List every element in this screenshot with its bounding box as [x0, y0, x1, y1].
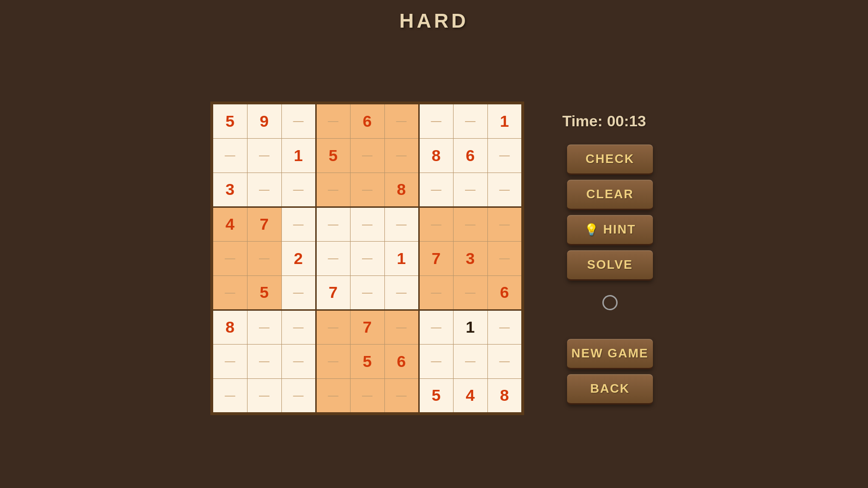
- cell-8-4[interactable]: —: [350, 378, 384, 413]
- cell-7-5[interactable]: 6: [384, 344, 419, 378]
- cell-6-5[interactable]: —: [384, 310, 419, 344]
- cell-3-5[interactable]: —: [384, 207, 419, 241]
- cell-8-3[interactable]: —: [316, 378, 350, 413]
- cell-7-6[interactable]: —: [419, 344, 453, 378]
- cell-7-8[interactable]: —: [487, 344, 522, 378]
- cell-7-0[interactable]: —: [213, 344, 247, 378]
- cell-5-3[interactable]: 7: [316, 275, 350, 310]
- cell-3-3[interactable]: —: [316, 207, 350, 241]
- cell-6-7[interactable]: 1: [453, 310, 487, 344]
- cell-1-7[interactable]: 6: [453, 138, 487, 173]
- cell-7-2[interactable]: —: [281, 344, 316, 378]
- cell-8-5[interactable]: —: [384, 378, 419, 413]
- cell-4-3[interactable]: —: [316, 241, 350, 275]
- cell-5-8[interactable]: 6: [487, 275, 522, 310]
- cell-0-4[interactable]: 6: [350, 104, 384, 138]
- cell-8-2[interactable]: —: [281, 378, 316, 413]
- cell-8-1[interactable]: —: [247, 378, 281, 413]
- page-title: HARD: [399, 10, 468, 32]
- cell-0-1[interactable]: 9: [247, 104, 281, 138]
- cell-6-8[interactable]: —: [487, 310, 522, 344]
- cell-0-3[interactable]: —: [316, 104, 350, 138]
- cell-2-0[interactable]: 3: [213, 173, 247, 207]
- cell-6-6[interactable]: —: [419, 310, 453, 344]
- clear-button[interactable]: CLEAR: [567, 180, 653, 210]
- cell-5-4[interactable]: —: [350, 275, 384, 310]
- cell-6-4[interactable]: 7: [350, 310, 384, 344]
- cell-2-5[interactable]: 8: [384, 173, 419, 207]
- cell-5-1[interactable]: 5: [247, 275, 281, 310]
- cell-0-0[interactable]: 5: [213, 104, 247, 138]
- cell-7-7[interactable]: —: [453, 344, 487, 378]
- cell-3-7[interactable]: —: [453, 207, 487, 241]
- cell-4-4[interactable]: —: [350, 241, 384, 275]
- cell-7-1[interactable]: —: [247, 344, 281, 378]
- back-button[interactable]: BACK: [567, 374, 653, 405]
- cell-4-5[interactable]: 1: [384, 241, 419, 275]
- hint-button[interactable]: 💡 HINT: [567, 215, 653, 245]
- cell-1-8[interactable]: —: [487, 138, 522, 173]
- cell-2-7[interactable]: —: [453, 173, 487, 207]
- cell-1-5[interactable]: —: [384, 138, 419, 173]
- cell-4-8[interactable]: —: [487, 241, 522, 275]
- cell-2-8[interactable]: —: [487, 173, 522, 207]
- cell-6-2[interactable]: —: [281, 310, 316, 344]
- timer-display: Time: 00:13: [562, 112, 646, 130]
- cell-2-1[interactable]: —: [247, 173, 281, 207]
- cell-8-6[interactable]: 5: [419, 378, 453, 413]
- cell-5-7[interactable]: —: [453, 275, 487, 310]
- cell-0-2[interactable]: —: [281, 104, 316, 138]
- cell-5-2[interactable]: —: [281, 275, 316, 310]
- cell-8-8[interactable]: 8: [487, 378, 522, 413]
- cell-4-1[interactable]: —: [247, 241, 281, 275]
- cell-8-0[interactable]: —: [213, 378, 247, 413]
- cell-7-3[interactable]: —: [316, 344, 350, 378]
- cell-5-6[interactable]: —: [419, 275, 453, 310]
- cell-4-7[interactable]: 3: [453, 241, 487, 275]
- circle-indicator: [602, 295, 618, 310]
- cell-1-3[interactable]: 5: [316, 138, 350, 173]
- cell-3-1[interactable]: 7: [247, 207, 281, 241]
- cell-2-4[interactable]: —: [350, 173, 384, 207]
- cell-4-0[interactable]: —: [213, 241, 247, 275]
- cell-3-8[interactable]: —: [487, 207, 522, 241]
- cell-4-6[interactable]: 7: [419, 241, 453, 275]
- cell-5-5[interactable]: —: [384, 275, 419, 310]
- new-game-button[interactable]: NEW GAME: [567, 339, 653, 369]
- cell-2-2[interactable]: —: [281, 173, 316, 207]
- cell-5-0[interactable]: —: [213, 275, 247, 310]
- cell-1-6[interactable]: 8: [419, 138, 453, 173]
- cell-7-4[interactable]: 5: [350, 344, 384, 378]
- cell-0-6[interactable]: —: [419, 104, 453, 138]
- cell-6-1[interactable]: —: [247, 310, 281, 344]
- cell-1-2[interactable]: 1: [281, 138, 316, 173]
- cell-0-8[interactable]: 1: [487, 104, 522, 138]
- cell-1-1[interactable]: —: [247, 138, 281, 173]
- cell-3-2[interactable]: —: [281, 207, 316, 241]
- hint-icon: 💡: [584, 223, 599, 236]
- cell-8-7[interactable]: 4: [453, 378, 487, 413]
- cell-2-3[interactable]: —: [316, 173, 350, 207]
- cell-0-5[interactable]: —: [384, 104, 419, 138]
- cell-4-2[interactable]: 2: [281, 241, 316, 275]
- cell-0-7[interactable]: —: [453, 104, 487, 138]
- cell-1-4[interactable]: —: [350, 138, 384, 173]
- check-button[interactable]: CHECK: [567, 144, 653, 175]
- solve-button[interactable]: SOLVE: [567, 250, 653, 281]
- cell-3-0[interactable]: 4: [213, 207, 247, 241]
- right-panel: Time: 00:13 CHECK CLEAR 💡 HINT SOLVE NEW…: [562, 112, 658, 405]
- sudoku-grid[interactable]: 59——6———1——15——86—3————8———47—————————2—…: [210, 102, 524, 415]
- cell-6-0[interactable]: 8: [213, 310, 247, 344]
- hint-label: HINT: [603, 222, 636, 237]
- cell-3-4[interactable]: —: [350, 207, 384, 241]
- cell-2-6[interactable]: —: [419, 173, 453, 207]
- cell-3-6[interactable]: —: [419, 207, 453, 241]
- cell-6-3[interactable]: —: [316, 310, 350, 344]
- cell-1-0[interactable]: —: [213, 138, 247, 173]
